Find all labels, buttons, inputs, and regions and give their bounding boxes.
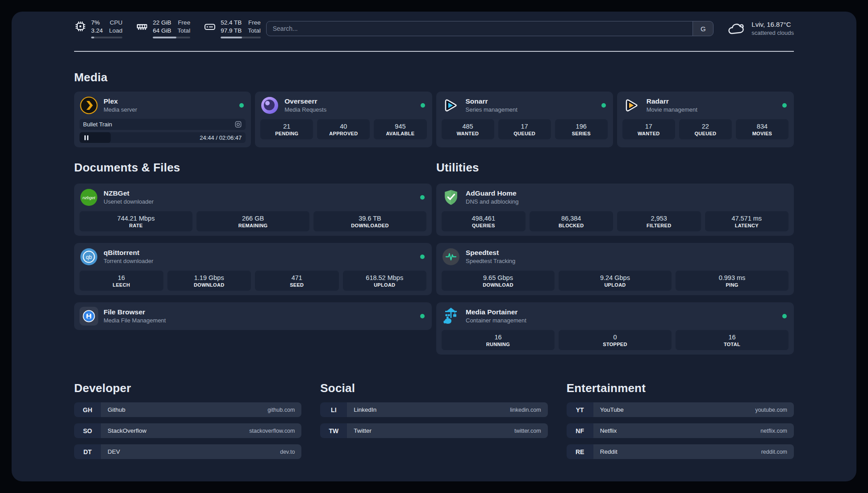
memory-values: 22 GiB 64 GiB <box>153 19 171 35</box>
bookmark-domain: stackoverflow.com <box>249 428 295 434</box>
stat-download: 9.65 Gbps DOWNLOAD <box>442 271 555 291</box>
stat-download: 1.19 Gbps DOWNLOAD <box>167 271 251 291</box>
stat-approved: 40 APPROVED <box>317 119 370 139</box>
topbar: 7% 3.24 CPU Load <box>74 18 794 39</box>
disk-progressbar <box>221 37 261 38</box>
bookmark-abbr: TW <box>320 423 347 438</box>
memory-total: 64 GiB <box>153 27 171 35</box>
sonarr-icon <box>442 96 460 115</box>
overseerr-icon <box>260 96 279 115</box>
nzbget-icon: nzbget <box>79 188 98 207</box>
bookmark-github[interactable]: GH Github github.com <box>74 402 301 417</box>
cpu-load-value: 3.24 <box>91 27 103 35</box>
dashboard-frame: 7% 3.24 CPU Load <box>0 0 868 493</box>
service-card-plex[interactable]: Plex Media server Bullet Train <box>74 92 251 147</box>
bookmark-stackoverflow[interactable]: SO StackOverflow stackoverflow.com <box>74 423 301 438</box>
stat-wanted: 485 WANTED <box>442 119 494 139</box>
service-card-filebrowser[interactable]: File Browser Media File Management <box>74 302 432 330</box>
bookmark-domain: linkedin.com <box>510 407 541 413</box>
service-card-portainer[interactable]: Media Portainer Container management 16 … <box>436 302 794 355</box>
service-card-nzbget[interactable]: nzbget NZBGet Usenet downloader 744.21 M… <box>74 184 432 236</box>
disk-total: 97.9 TB <box>221 27 242 35</box>
bookmark-netflix[interactable]: NF Netflix netflix.com <box>567 423 794 438</box>
bookmark-dev[interactable]: DT DEV dev.to <box>74 444 301 459</box>
bookmark-abbr: YT <box>567 402 593 417</box>
filebrowser-icon <box>79 307 98 326</box>
bookmarks-developer: Developer GH Github github.com SO StackO… <box>74 381 301 465</box>
status-dot <box>782 314 787 318</box>
stat-movies: 834 MOVIES <box>736 119 789 139</box>
search-provider-button[interactable]: G <box>693 21 713 36</box>
disk-values: 52.4 TB 97.9 TB <box>221 19 242 35</box>
stat-stopped: 0 STOPPED <box>559 330 672 350</box>
weather-condition: scattered clouds <box>751 29 794 37</box>
cpu-values: 7% 3.24 <box>91 19 103 35</box>
status-dot <box>420 314 425 318</box>
service-title: AdGuard Home <box>466 189 789 198</box>
bookmark-domain: twitter.com <box>514 428 541 434</box>
svg-text:qb: qb <box>86 254 92 260</box>
qbittorrent-icon: qb <box>79 247 98 266</box>
section-title-media: Media <box>74 71 794 84</box>
bookmark-youtube[interactable]: YT YouTube youtube.com <box>567 402 794 417</box>
bookmark-name: StackOverflow <box>108 427 146 434</box>
service-card-speedtest[interactable]: Speedtest Speedtest Tracking 9.65 Gbps D… <box>436 243 794 295</box>
service-card-overseerr[interactable]: Overseerr Media Requests 21 PENDING 40 A… <box>255 92 432 147</box>
service-card-sonarr[interactable]: Sonarr Series management 485 WANTED 17 Q… <box>436 92 613 147</box>
bookmark-name: Netflix <box>600 427 617 434</box>
service-title: Plex <box>104 97 239 106</box>
plex-icon <box>79 96 98 115</box>
bookmark-domain: netflix.com <box>760 428 787 434</box>
bookmarks-entertainment: Entertainment YT YouTube youtube.com NF … <box>567 381 794 465</box>
disk-progress-fill <box>221 37 242 38</box>
media-info-icon[interactable] <box>234 121 242 128</box>
stat-queued: 22 QUEUED <box>679 119 732 139</box>
service-card-radarr[interactable]: Radarr Movie management 17 WANTED 22 QUE… <box>617 92 794 147</box>
bookmark-domain: reddit.com <box>761 449 787 455</box>
now-playing-title: Bullet Train <box>83 121 234 128</box>
bookmark-linkedin[interactable]: LI LinkedIn linkedin.com <box>320 402 547 417</box>
service-subtitle: Series management <box>466 106 601 114</box>
service-title: Overseerr <box>284 97 420 106</box>
disk-icon <box>204 20 216 33</box>
bookmark-name: Github <box>108 406 125 413</box>
service-title: Speedtest <box>466 248 789 257</box>
stat-queries: 498,461 QUERIES <box>442 211 526 231</box>
search-input[interactable] <box>267 25 693 32</box>
bookmarks-social: Social LI LinkedIn linkedin.com TW Twitt… <box>320 381 547 465</box>
bookmark-name: YouTube <box>600 406 624 413</box>
stat-rate: 744.21 Mbps RATE <box>79 211 192 231</box>
section-title-entertainment: Entertainment <box>567 381 794 395</box>
playback-time: 24:44 / 02:06:47 <box>200 134 242 141</box>
service-subtitle: Usenet downloader <box>104 198 420 206</box>
service-card-adguard[interactable]: AdGuard Home DNS and adblocking 498,461 … <box>436 184 794 236</box>
service-subtitle: Media File Management <box>104 317 420 325</box>
bookmark-domain: dev.to <box>280 449 295 455</box>
status-dot <box>782 103 787 108</box>
service-card-qbittorrent[interactable]: qb qBittorrent Torrent downloader 16 LEE… <box>74 243 432 295</box>
speedtest-icon <box>442 247 460 266</box>
stat-series: 196 SERIES <box>555 119 608 139</box>
bookmark-abbr: DT <box>74 444 101 459</box>
section-title-developer: Developer <box>74 381 301 395</box>
pause-button[interactable] <box>79 132 111 143</box>
stat-upload: 618.52 Mbps UPLOAD <box>343 271 427 291</box>
bookmark-twitter[interactable]: TW Twitter twitter.com <box>320 423 547 438</box>
service-title: File Browser <box>104 308 420 317</box>
radarr-icon <box>622 96 641 115</box>
bookmark-domain: github.com <box>267 407 295 413</box>
status-dot <box>420 255 425 259</box>
bookmark-reddit[interactable]: RE Reddit reddit.com <box>567 444 794 459</box>
section-title-documents: Documents & Files <box>74 161 432 175</box>
service-subtitle: Media Requests <box>284 106 420 114</box>
stat-queued: 17 QUEUED <box>498 119 551 139</box>
section-title-social: Social <box>320 381 547 395</box>
cloud-icon <box>727 21 746 36</box>
service-subtitle: Media server <box>104 106 239 114</box>
service-subtitle: Container management <box>466 317 782 325</box>
status-dot <box>601 103 606 108</box>
dashboard-panel: 7% 3.24 CPU Load <box>12 12 856 481</box>
bookmark-abbr: SO <box>74 423 101 438</box>
adguard-icon <box>442 188 460 207</box>
weather-widget: Lviv, 16.87°C scattered clouds <box>727 20 794 37</box>
